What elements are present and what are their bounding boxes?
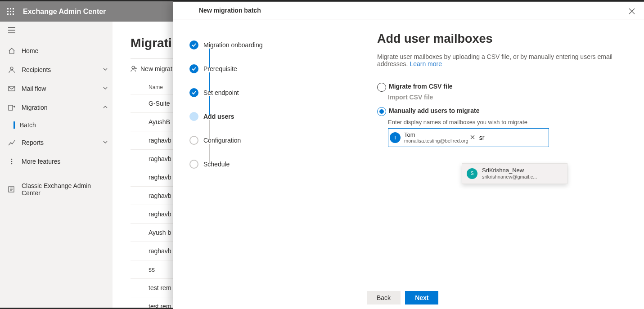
panel-title: New migration batch bbox=[199, 7, 261, 14]
home-icon bbox=[8, 47, 15, 54]
svg-point-16 bbox=[11, 161, 13, 162]
app-title: Exchange Admin Center bbox=[23, 8, 106, 16]
nav-classic-eac[interactable]: Classic Exchange Admin Center bbox=[0, 180, 113, 199]
svg-rect-6 bbox=[7, 13, 9, 15]
nav-migration-batch[interactable]: Batch bbox=[0, 117, 113, 133]
content-title: Add user mailboxes bbox=[377, 32, 625, 46]
svg-rect-0 bbox=[7, 8, 9, 9]
back-button[interactable]: Back bbox=[367, 291, 401, 305]
step-add-users[interactable]: Add users bbox=[189, 108, 347, 125]
svg-rect-4 bbox=[10, 11, 11, 12]
svg-point-17 bbox=[11, 163, 13, 165]
avatar: T bbox=[390, 132, 401, 143]
chip-email: monalisa.testing@bellred.org bbox=[404, 138, 468, 143]
nav-migration[interactable]: Migration bbox=[0, 98, 113, 117]
radio-migrate-from-csv[interactable]: Migrate from CSV file bbox=[377, 83, 625, 92]
reports-icon bbox=[8, 139, 15, 146]
close-icon bbox=[470, 135, 475, 139]
check-icon bbox=[192, 43, 196, 47]
step-configuration[interactable]: Configuration bbox=[189, 132, 347, 148]
svg-rect-3 bbox=[7, 11, 9, 12]
svg-rect-7 bbox=[10, 13, 11, 15]
nav-reports[interactable]: Reports bbox=[0, 133, 113, 152]
chevron-up-icon bbox=[103, 104, 108, 111]
import-csv-button: Import CSV file bbox=[388, 94, 625, 101]
app-launcher-button[interactable] bbox=[3, 1, 18, 22]
add-user-icon bbox=[131, 65, 138, 72]
chip-name: Tom bbox=[404, 132, 468, 138]
classic-eac-icon bbox=[8, 186, 15, 193]
nav-migration-label: Migration bbox=[22, 104, 48, 111]
nav-mailflow[interactable]: Mail flow bbox=[0, 79, 113, 98]
nav-more-features[interactable]: More features bbox=[0, 152, 113, 171]
step-label: Schedule bbox=[203, 161, 230, 168]
remove-chip-button[interactable] bbox=[469, 133, 476, 142]
active-indicator bbox=[14, 121, 15, 129]
nav-batch-label: Batch bbox=[20, 121, 36, 129]
radio-manual-label: Manually add users to migrate bbox=[389, 107, 480, 114]
user-chip-tom: T Tom monalisa.testing@bellred.org bbox=[390, 132, 476, 143]
person-icon bbox=[8, 66, 15, 73]
close-icon bbox=[629, 8, 635, 14]
nav-mailflow-label: Mail flow bbox=[22, 85, 46, 92]
suggestion-popup: S SriKrishna_New srikrishnanew@gmail.c..… bbox=[462, 163, 567, 184]
mailbox-search-input[interactable] bbox=[478, 131, 547, 144]
chevron-down-icon bbox=[103, 139, 108, 146]
suggestion-email: srikrishnanew@gmail.c... bbox=[482, 174, 537, 180]
close-panel-button[interactable] bbox=[626, 5, 638, 19]
radio-manually-add-users[interactable]: Manually add users to migrate bbox=[377, 107, 625, 116]
suggestion-name: SriKrishna_New bbox=[482, 167, 537, 174]
svg-rect-13 bbox=[9, 86, 15, 91]
nav-reports-label: Reports bbox=[22, 139, 44, 146]
svg-rect-5 bbox=[13, 11, 14, 12]
step-label: Prerequisite bbox=[203, 65, 237, 72]
chevron-down-icon bbox=[103, 85, 108, 92]
nav-classic-label: Classic Exchange Admin Center bbox=[22, 182, 108, 197]
nav-recipients-label: Recipients bbox=[22, 66, 51, 73]
learn-more-link[interactable]: Learn more bbox=[410, 60, 442, 67]
step-label: Migration onboarding bbox=[203, 41, 263, 49]
svg-rect-2 bbox=[13, 8, 14, 9]
radio-icon bbox=[377, 83, 386, 92]
hamburger-button[interactable] bbox=[0, 22, 30, 39]
check-icon bbox=[192, 90, 196, 95]
svg-rect-14 bbox=[9, 105, 13, 110]
suggestion-item-srikrishna[interactable]: S SriKrishna_New srikrishnanew@gmail.c..… bbox=[462, 164, 567, 184]
radio-csv-label: Migrate from CSV file bbox=[389, 83, 453, 90]
step-prerequisite[interactable]: Prerequisite bbox=[189, 60, 347, 77]
step-schedule[interactable]: Schedule bbox=[189, 156, 347, 172]
mailbox-names-input[interactable]: T Tom monalisa.testing@bellred.org bbox=[388, 128, 549, 147]
step-label: Set endpoint bbox=[203, 89, 239, 96]
step-migration-onboarding[interactable]: Migration onboarding bbox=[189, 36, 347, 53]
svg-point-12 bbox=[10, 67, 13, 70]
mail-icon bbox=[8, 85, 15, 92]
more-icon bbox=[8, 158, 15, 165]
step-set-endpoint[interactable]: Set endpoint bbox=[189, 84, 347, 101]
nav-more-label: More features bbox=[22, 158, 60, 165]
content-description: Migrate user mailboxes by uploading a CS… bbox=[377, 53, 625, 67]
next-button[interactable]: Next bbox=[405, 291, 438, 305]
nav-home[interactable]: Home bbox=[0, 41, 113, 60]
migration-icon bbox=[8, 104, 15, 111]
nav-recipients[interactable]: Recipients bbox=[0, 60, 113, 79]
svg-rect-1 bbox=[10, 8, 11, 9]
radio-icon bbox=[377, 107, 386, 116]
svg-point-15 bbox=[11, 159, 13, 160]
hamburger-icon bbox=[8, 27, 15, 33]
step-label: Add users bbox=[203, 113, 234, 120]
svg-point-19 bbox=[132, 66, 135, 69]
chevron-down-icon bbox=[103, 66, 108, 73]
step-label: Configuration bbox=[203, 137, 241, 144]
waffle-icon bbox=[7, 8, 14, 15]
svg-rect-8 bbox=[13, 13, 14, 15]
new-batch-label: New migrat bbox=[140, 65, 172, 72]
check-icon bbox=[192, 67, 196, 71]
manual-help-text: Enter display names of mailboxes you wis… bbox=[388, 119, 625, 125]
avatar: S bbox=[467, 168, 477, 179]
nav-home-label: Home bbox=[22, 47, 38, 54]
